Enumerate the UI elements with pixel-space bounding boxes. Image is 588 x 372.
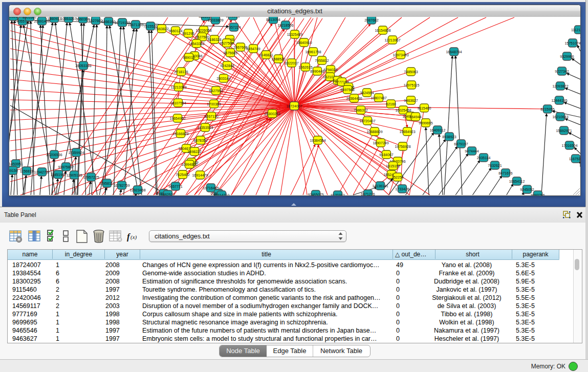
svg-text:252254: 252254 xyxy=(391,176,403,179)
svg-text:16154808: 16154808 xyxy=(375,29,390,32)
svg-text:3675685: 3675685 xyxy=(223,51,237,55)
svg-text:9245052: 9245052 xyxy=(520,188,534,191)
svg-text:11121748: 11121748 xyxy=(571,28,580,32)
svg-text:1733426: 1733426 xyxy=(395,187,409,191)
svg-text:12942737: 12942737 xyxy=(34,170,50,174)
svg-text:17016504: 17016504 xyxy=(561,144,577,147)
svg-text:9960308: 9960308 xyxy=(76,17,90,21)
svg-text:10654112: 10654112 xyxy=(509,180,525,183)
svg-text:8990448: 8990448 xyxy=(310,70,324,73)
svg-text:10958117: 10958117 xyxy=(99,182,115,185)
svg-text:12905135: 12905135 xyxy=(66,173,82,177)
svg-text:1588520: 1588520 xyxy=(271,57,285,61)
svg-text:19218506: 19218506 xyxy=(277,24,293,27)
svg-text:2087682: 2087682 xyxy=(364,18,378,22)
svg-text:9093786: 9093786 xyxy=(531,193,545,196)
svg-text:1615192: 1615192 xyxy=(386,164,400,168)
svg-text:164944: 164944 xyxy=(409,115,421,119)
svg-text:11325419: 11325419 xyxy=(287,33,303,36)
svg-text:1453951: 1453951 xyxy=(9,162,23,166)
svg-text:17359924: 17359924 xyxy=(68,151,84,155)
svg-text:8878352: 8878352 xyxy=(193,139,207,142)
svg-text:9329966: 9329966 xyxy=(560,55,574,58)
svg-text:10688609: 10688609 xyxy=(366,130,382,134)
svg-text:25300293: 25300293 xyxy=(264,112,280,116)
svg-text:16648784: 16648784 xyxy=(446,50,462,54)
svg-text:10807487: 10807487 xyxy=(371,96,386,100)
svg-text:8186328: 8186328 xyxy=(207,38,221,41)
svg-text:18907249: 18907249 xyxy=(373,141,388,145)
svg-text:3824554: 3824554 xyxy=(360,91,374,95)
svg-text:18640910: 18640910 xyxy=(296,41,312,45)
svg-text:62160: 62160 xyxy=(386,102,396,106)
svg-text:9115460: 9115460 xyxy=(418,106,431,110)
svg-text:(x): (x) xyxy=(130,234,137,240)
svg-text:891295: 891295 xyxy=(182,32,194,35)
svg-text:8301661: 8301661 xyxy=(23,17,36,19)
svg-text:9146821: 9146821 xyxy=(259,53,273,57)
svg-text:1156819: 1156819 xyxy=(20,169,34,173)
svg-text:16782759: 16782759 xyxy=(114,184,129,187)
svg-text:11451947: 11451947 xyxy=(51,173,67,177)
svg-text:7986372: 7986372 xyxy=(354,108,367,112)
svg-text:2867608: 2867608 xyxy=(233,46,247,49)
svg-text:19654923: 19654923 xyxy=(399,130,415,134)
svg-text:15751074: 15751074 xyxy=(564,41,580,45)
svg-text:19384554: 19384554 xyxy=(310,139,325,142)
svg-text:1700363: 1700363 xyxy=(207,102,221,106)
svg-text:93975887: 93975887 xyxy=(58,165,74,169)
svg-text:19654952: 19654952 xyxy=(169,117,185,120)
svg-text:9657771: 9657771 xyxy=(168,185,182,188)
svg-text:11353594: 11353594 xyxy=(198,126,213,129)
svg-text:1362615: 1362615 xyxy=(298,65,312,69)
svg-text:9242848: 9242848 xyxy=(220,64,234,68)
svg-text:9899695: 9899695 xyxy=(419,121,432,125)
svg-text:12923468: 12923468 xyxy=(129,188,145,192)
svg-text:12444195: 12444195 xyxy=(551,99,567,102)
svg-text:17957225: 17957225 xyxy=(83,176,99,179)
svg-text:97114710: 97114710 xyxy=(214,193,230,196)
svg-text:7632621: 7632621 xyxy=(488,164,502,167)
svg-text:39159: 39159 xyxy=(9,169,18,172)
svg-text:10994890: 10994890 xyxy=(181,163,197,166)
svg-text:8267130: 8267130 xyxy=(204,115,218,118)
svg-text:15692971: 15692971 xyxy=(556,129,572,133)
svg-text:20364436: 20364436 xyxy=(346,97,362,100)
svg-text:8322037: 8322037 xyxy=(285,61,298,65)
svg-text:16671355: 16671355 xyxy=(127,23,143,27)
svg-text:16033809: 16033809 xyxy=(207,18,223,22)
svg-text:7485063: 7485063 xyxy=(404,70,418,74)
svg-text:6794028: 6794028 xyxy=(323,68,337,72)
svg-text:8215955: 8215955 xyxy=(540,107,554,111)
svg-text:12213389: 12213389 xyxy=(170,85,186,89)
svg-text:9527505: 9527505 xyxy=(220,41,233,45)
svg-text:7357224: 7357224 xyxy=(227,26,241,29)
svg-text:10025458: 10025458 xyxy=(395,108,411,112)
svg-text:19166829: 19166829 xyxy=(172,132,188,136)
svg-text:16961758: 16961758 xyxy=(305,50,321,54)
svg-text:12975115: 12975115 xyxy=(404,83,420,87)
svg-text:12213967: 12213967 xyxy=(384,38,400,42)
svg-text:9660124: 9660124 xyxy=(168,29,182,33)
svg-text:1860913: 1860913 xyxy=(47,17,61,20)
svg-text:18724007: 18724007 xyxy=(286,104,302,108)
svg-text:2935114: 2935114 xyxy=(477,156,491,160)
svg-text:989013: 989013 xyxy=(183,56,194,59)
svg-text:15720407: 15720407 xyxy=(359,119,375,123)
svg-text:28053346: 28053346 xyxy=(75,64,91,68)
svg-text:2803144: 2803144 xyxy=(216,77,230,80)
svg-text:9474444: 9474444 xyxy=(465,149,478,153)
svg-text:7955812: 7955812 xyxy=(315,59,329,62)
svg-text:9227342: 9227342 xyxy=(555,70,569,73)
svg-text:1167533: 1167533 xyxy=(569,157,580,161)
svg-text:8427552: 8427552 xyxy=(209,89,223,93)
svg-text:16914479: 16914479 xyxy=(192,173,208,177)
svg-text:16107554: 16107554 xyxy=(170,101,186,105)
svg-text:8454749: 8454749 xyxy=(246,47,260,51)
svg-text:8938923: 8938923 xyxy=(442,135,456,139)
svg-text:6671276: 6671276 xyxy=(361,192,375,196)
svg-text:9463627: 9463627 xyxy=(404,99,418,102)
svg-text:1527602: 1527602 xyxy=(89,19,102,23)
svg-text:16210643: 16210643 xyxy=(552,115,568,119)
svg-text:10653267: 10653267 xyxy=(60,17,76,20)
